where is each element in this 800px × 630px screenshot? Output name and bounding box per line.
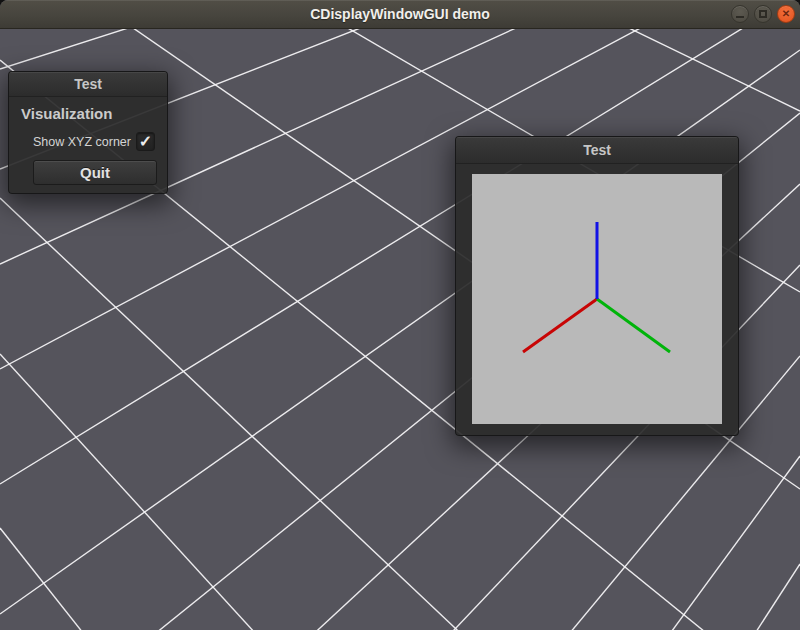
show-xyz-corner-label: Show XYZ corner — [33, 135, 131, 149]
minimize-button[interactable] — [731, 5, 749, 23]
quit-button[interactable]: Quit — [33, 160, 157, 185]
test-subwindow: Test — [455, 136, 739, 436]
visualization-section-label: Visualization — [21, 105, 167, 122]
maximize-icon — [759, 10, 767, 18]
close-button[interactable]: ✕ — [777, 5, 795, 23]
control-panel-body: Visualization Show XYZ corner ✓ Quit — [9, 105, 167, 185]
maximize-button[interactable] — [754, 5, 772, 23]
minimize-icon — [736, 16, 744, 18]
titlebar[interactable]: CDisplayWindowGUI demo ✕ — [0, 0, 800, 29]
window-title: CDisplayWindowGUI demo — [0, 0, 800, 28]
checkmark-icon: ✓ — [139, 132, 152, 151]
xyz-axes-svg — [472, 174, 722, 424]
show-xyz-corner-row: Show XYZ corner ✓ — [33, 132, 155, 151]
control-panel-window: Test Visualization Show XYZ corner ✓ Qui… — [8, 71, 168, 194]
xyz-corner-image — [472, 174, 722, 424]
3d-viewport[interactable]: Test Visualization Show XYZ corner ✓ Qui… — [0, 29, 800, 630]
close-icon: ✕ — [782, 9, 790, 19]
window-controls: ✕ — [731, 5, 795, 23]
app-window: CDisplayWindowGUI demo ✕ Test Visualizat… — [0, 0, 800, 630]
show-xyz-corner-checkbox[interactable]: ✓ — [136, 132, 155, 151]
control-panel-titlebar[interactable]: Test — [9, 72, 167, 97]
test-subwindow-titlebar[interactable]: Test — [456, 137, 738, 164]
